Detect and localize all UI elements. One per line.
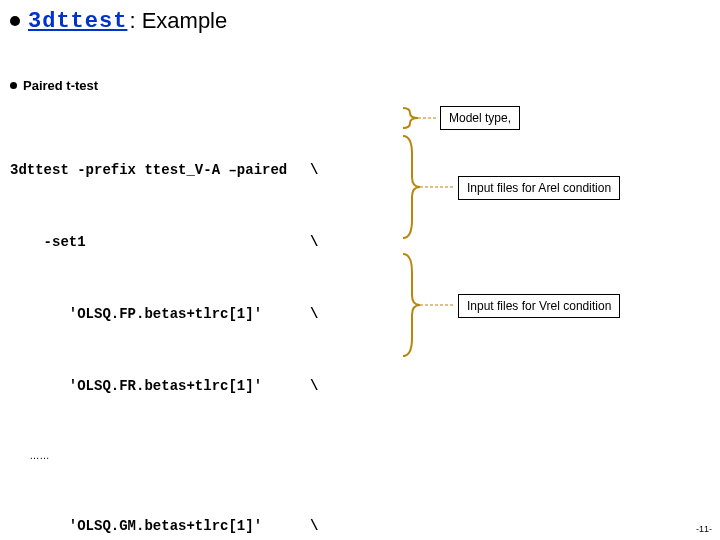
code-text: -set1 (10, 230, 310, 254)
title-row: 3dttest : Example (10, 8, 227, 34)
code-text: 3dttest -prefix ttest_V-A –paired (10, 158, 310, 182)
code-ellipsis: …… (10, 446, 324, 466)
title-rest: : Example (129, 8, 227, 34)
page-number: -11- (696, 524, 712, 534)
slide: 3dttest : Example Paired t-test 3dttest … (0, 0, 720, 540)
code-block: 3dttest -prefix ttest_V-A –paired\ -set1… (10, 110, 324, 540)
code-line: 3dttest -prefix ttest_V-A –paired\ (10, 158, 324, 182)
brace-icon (398, 250, 458, 360)
code-line: -set1\ (10, 230, 324, 254)
backslash: \ (310, 230, 324, 254)
subtitle-row: Paired t-test (10, 78, 98, 93)
backslash: \ (310, 158, 324, 182)
subtitle: Paired t-test (23, 78, 98, 93)
backslash: \ (310, 514, 324, 538)
callout-vrel: Input files for Vrel condition (458, 294, 620, 318)
brace-icon (398, 132, 458, 242)
code-text: 'OLSQ.FR.betas+tlrc[1]' (10, 374, 310, 398)
title-command: 3dttest (28, 9, 127, 34)
code-line: 'OLSQ.FP.betas+tlrc[1]'\ (10, 302, 324, 326)
brace-icon (398, 106, 438, 130)
backslash: \ (310, 302, 324, 326)
code-text: 'OLSQ.FP.betas+tlrc[1]' (10, 302, 310, 326)
callout-model-type: Model type, (440, 106, 520, 130)
code-line: 'OLSQ.GM.betas+tlrc[1]'\ (10, 514, 324, 538)
code-line: 'OLSQ.FR.betas+tlrc[1]'\ (10, 374, 324, 398)
callout-arel: Input files for Arel condition (458, 176, 620, 200)
code-text: 'OLSQ.GM.betas+tlrc[1]' (10, 514, 310, 538)
bullet-icon (10, 82, 17, 89)
backslash: \ (310, 374, 324, 398)
bullet-icon (10, 16, 20, 26)
